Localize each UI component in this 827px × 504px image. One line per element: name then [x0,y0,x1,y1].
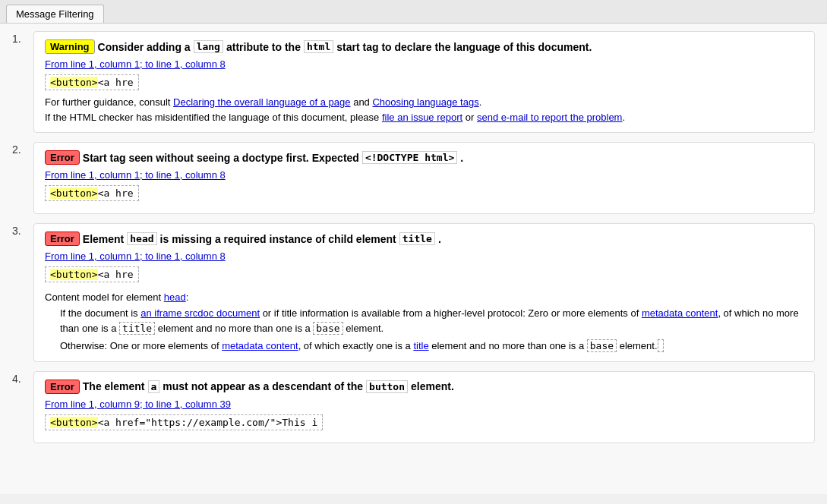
cm-link[interactable]: title [413,340,428,351]
inline-code: head [127,232,156,245]
cm-link[interactable]: an iframe srcdoc document [140,307,260,319]
inline-code: a [148,380,160,393]
message-box: Error Start tag seen without seeing a do… [33,142,815,214]
message-box: Warning Consider adding alang attribute … [33,31,815,133]
code-snippet: <button><a href="https://example.com/">T… [45,414,323,430]
location-link[interactable]: From line 1, column 1; to line 1, column… [45,58,803,70]
cm-link[interactable]: metadata content [222,340,298,351]
header-text: . [460,152,463,164]
message-number: 2. [12,142,33,156]
inline-code: lang [194,40,223,53]
message-number: 1. [12,31,33,45]
inline-code: title [399,232,435,245]
warning-badge: Warning [45,39,95,54]
error-badge: Error [45,150,80,165]
message-box: Error Elementhead is missing a required … [33,223,815,362]
location-link[interactable]: From line 1, column 1; to line 1, column… [45,169,803,181]
cm-link[interactable]: metadata content [642,307,718,319]
message-number: 3. [12,223,33,237]
body-link[interactable]: Declaring the overall language of a page [173,96,350,108]
header-text: start tag to declare the language of thi… [336,41,592,53]
error-badge: Error [45,232,80,246]
error-badge: Error [45,380,80,394]
message-header: Warning Consider adding alang attribute … [45,39,803,54]
code-snippet: <button><a hre [45,185,139,201]
main-content: 1.Warning Consider adding alang attribut… [0,24,827,494]
message-box: Error The elementa must not appear as a … [33,371,815,443]
header-text: Start tag seen without seeing a doctype … [83,152,359,164]
body-line: If the HTML checker has misidentified th… [45,110,803,125]
header-text: The element [83,380,145,392]
list-item: 4.Error The elementa must not appear as … [12,371,815,443]
message-header: Error The elementa must not appear as a … [45,380,803,394]
body-link[interactable]: file an issue report [382,112,462,123]
header-text: Consider adding a [98,41,191,53]
content-model: Content model for element head:If the do… [45,291,803,354]
body-line: For further guidance, consult Declaring … [45,95,803,110]
content-model-header: Content model for element head: [45,291,803,303]
code-snippet: <button><a hre [45,74,139,90]
message-header: Error Start tag seen without seeing a do… [45,150,803,165]
header-text: is missing a required instance of child … [160,233,396,245]
tab-message-filtering[interactable]: Message Filtering [6,5,104,23]
inline-code: html [304,40,333,53]
list-item: 1.Warning Consider adding alang attribut… [12,31,815,133]
header-text: . [438,233,441,245]
header-text: element. [411,380,454,392]
header-text: attribute to the [226,41,301,53]
message-header: Error Elementhead is missing a required … [45,232,803,246]
header-text: must not appear as a descendant of the [163,380,363,392]
content-model-line: If the document is an iframe srcdoc docu… [60,306,803,335]
inline-code: button [366,380,408,393]
content-model-line: Otherwise: One or more elements of metad… [60,339,803,354]
code-snippet: <button><a hre [45,266,139,282]
location-link[interactable]: From line 1, column 9; to line 1, column… [45,398,803,410]
tab-bar: Message Filtering [0,0,827,24]
location-link[interactable]: From line 1, column 1; to line 1, column… [45,250,803,262]
header-text: Element [83,233,124,245]
body-link[interactable]: Choosing language tags [372,96,478,108]
element-link[interactable]: head [164,291,186,303]
inline-code: <!DOCTYPE html> [362,151,457,164]
message-number: 4. [12,371,33,385]
message-list: 1.Warning Consider adding alang attribut… [12,31,815,443]
list-item: 2.Error Start tag seen without seeing a … [12,142,815,214]
list-item: 3.Error Elementhead is missing a require… [12,223,815,362]
body-link[interactable]: send e-mail to report the problem [477,112,622,123]
